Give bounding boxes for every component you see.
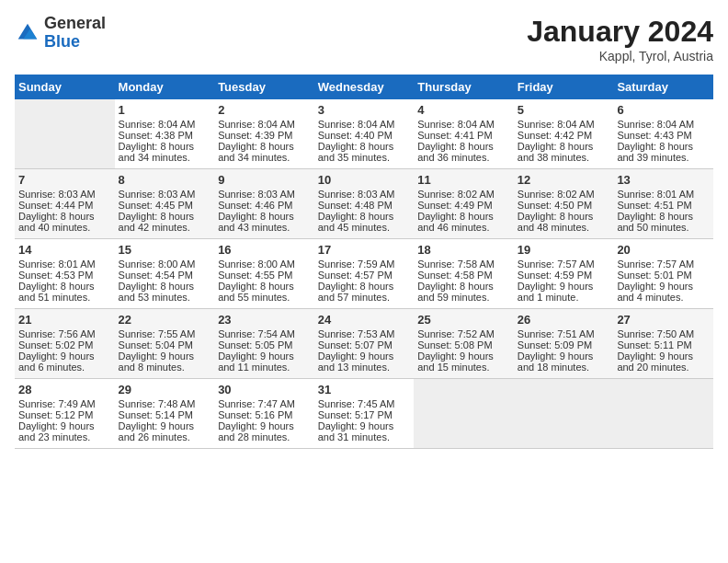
day-number: 4	[417, 103, 510, 117]
header-row: SundayMondayTuesdayWednesdayThursdayFrid…	[15, 75, 713, 99]
calendar-table: SundayMondayTuesdayWednesdayThursdayFrid…	[15, 75, 713, 449]
day-cell-6: 6Sunrise: 8:04 AMSunset: 4:43 PMDaylight…	[613, 99, 713, 169]
day-number: 3	[318, 103, 411, 117]
day-info-line: and 45 minutes.	[318, 222, 411, 233]
day-cell-23: 23Sunrise: 7:54 AMSunset: 5:05 PMDayligh…	[214, 309, 314, 379]
day-info-line: and 34 minutes.	[218, 152, 311, 163]
day-cell-2: 2Sunrise: 8:04 AMSunset: 4:39 PMDaylight…	[214, 99, 314, 169]
day-info-line: Sunrise: 7:45 AM	[318, 398, 411, 409]
logo-blue-text: Blue	[44, 32, 80, 51]
day-info-line: Daylight: 8 hours	[218, 141, 311, 152]
day-info-line: and 18 minutes.	[518, 362, 610, 373]
day-number: 31	[318, 383, 411, 396]
day-cell-1: 1Sunrise: 8:04 AMSunset: 4:38 PMDaylight…	[115, 99, 215, 169]
logo-general-text: General	[44, 14, 106, 32]
day-number: 27	[617, 313, 710, 327]
day-cell-26: 26Sunrise: 7:51 AMSunset: 5:09 PMDayligh…	[514, 309, 614, 379]
day-info-line: Sunset: 5:05 PM	[218, 339, 311, 350]
day-header-thursday: Thursday	[414, 75, 514, 99]
day-info-line: Sunrise: 8:04 AM	[417, 119, 510, 130]
week-row-1: 1Sunrise: 8:04 AMSunset: 4:38 PMDaylight…	[15, 99, 713, 169]
day-info-line: and 8 minutes.	[119, 362, 211, 373]
day-info-line: Daylight: 8 hours	[318, 141, 411, 152]
day-info-line: Sunrise: 8:04 AM	[617, 119, 710, 130]
day-info-line: Sunset: 4:42 PM	[518, 130, 610, 141]
day-cell-7: 7Sunrise: 8:03 AMSunset: 4:44 PMDaylight…	[15, 169, 115, 239]
day-cell-5: 5Sunrise: 8:04 AMSunset: 4:42 PMDaylight…	[514, 99, 614, 169]
day-cell-3: 3Sunrise: 8:04 AMSunset: 4:40 PMDaylight…	[314, 99, 415, 169]
day-header-friday: Friday	[514, 75, 614, 99]
day-number: 17	[318, 243, 411, 257]
day-info-line: Daylight: 9 hours	[119, 420, 211, 431]
day-info-line: and 50 minutes.	[617, 222, 710, 233]
day-info-line: and 13 minutes.	[318, 362, 411, 373]
day-info-line: Sunset: 5:04 PM	[119, 339, 211, 350]
day-info-line: Daylight: 8 hours	[119, 281, 211, 292]
day-cell-22: 22Sunrise: 7:55 AMSunset: 5:04 PMDayligh…	[115, 309, 215, 379]
day-number: 10	[318, 173, 411, 187]
day-info-line: and 4 minutes.	[617, 292, 710, 303]
day-info-line: Sunset: 4:55 PM	[218, 270, 311, 281]
day-info-line: and 39 minutes.	[617, 152, 710, 163]
page-header: General Blue January 2024 Kappl, Tyrol, …	[15, 15, 713, 63]
day-header-tuesday: Tuesday	[214, 75, 314, 99]
day-cell-30: 30Sunrise: 7:47 AMSunset: 5:16 PMDayligh…	[214, 379, 314, 449]
day-info-line: Sunrise: 8:03 AM	[18, 189, 111, 200]
day-info-line: and 11 minutes.	[218, 362, 311, 373]
day-info-line: Sunset: 5:17 PM	[318, 409, 411, 420]
day-cell-8: 8Sunrise: 8:03 AMSunset: 4:45 PMDaylight…	[115, 169, 215, 239]
day-info-line: Sunrise: 7:50 AM	[617, 328, 710, 339]
day-cell-10: 10Sunrise: 8:03 AMSunset: 4:48 PMDayligh…	[314, 169, 415, 239]
day-info-line: Daylight: 8 hours	[318, 211, 411, 222]
day-info-line: Sunset: 4:40 PM	[318, 130, 411, 141]
day-info-line: Sunset: 5:09 PM	[518, 339, 610, 350]
day-info-line: and 48 minutes.	[518, 222, 610, 233]
day-info-line: Sunset: 4:58 PM	[417, 270, 510, 281]
day-info-line: Daylight: 8 hours	[119, 211, 211, 222]
day-header-monday: Monday	[115, 75, 215, 99]
day-cell-27: 27Sunrise: 7:50 AMSunset: 5:11 PMDayligh…	[613, 309, 713, 379]
day-info-line: Sunrise: 8:02 AM	[518, 189, 610, 200]
week-row-3: 14Sunrise: 8:01 AMSunset: 4:53 PMDayligh…	[15, 239, 713, 309]
day-info-line: Sunrise: 7:53 AM	[318, 328, 411, 339]
day-info-line: Sunrise: 7:56 AM	[18, 328, 111, 339]
day-cell-24: 24Sunrise: 7:53 AMSunset: 5:07 PMDayligh…	[314, 309, 415, 379]
day-info-line: Daylight: 9 hours	[617, 350, 710, 362]
day-info-line: Sunset: 4:57 PM	[318, 270, 411, 281]
day-info-line: Daylight: 9 hours	[218, 350, 311, 362]
day-info-line: Daylight: 8 hours	[617, 141, 710, 152]
day-info-line: Sunrise: 8:03 AM	[119, 189, 211, 200]
day-info-line: and 43 minutes.	[218, 222, 311, 233]
week-row-2: 7Sunrise: 8:03 AMSunset: 4:44 PMDaylight…	[15, 169, 713, 239]
day-info-line: and 23 minutes.	[18, 431, 111, 442]
day-info-line: and 57 minutes.	[318, 292, 411, 303]
day-info-line: Sunset: 5:07 PM	[318, 339, 411, 350]
day-info-line: Sunset: 4:43 PM	[617, 130, 710, 141]
day-info-line: Sunrise: 7:54 AM	[218, 328, 311, 339]
day-info-line: Sunset: 5:14 PM	[119, 409, 211, 420]
logo: General Blue	[15, 15, 106, 52]
day-number: 5	[518, 103, 610, 117]
day-info-line: Sunset: 4:49 PM	[417, 200, 510, 211]
day-info-line: Daylight: 8 hours	[518, 141, 610, 152]
day-info-line: and 59 minutes.	[417, 292, 510, 303]
day-cell-12: 12Sunrise: 8:02 AMSunset: 4:50 PMDayligh…	[514, 169, 614, 239]
day-number: 20	[617, 243, 710, 257]
day-info-line: and 31 minutes.	[318, 431, 411, 442]
day-info-line: Sunset: 4:53 PM	[18, 270, 111, 281]
day-number: 1	[119, 103, 211, 117]
day-number: 15	[119, 243, 211, 257]
day-cell-4: 4Sunrise: 8:04 AMSunset: 4:41 PMDaylight…	[414, 99, 514, 169]
day-info-line: Sunset: 5:02 PM	[18, 339, 111, 350]
day-number: 12	[518, 173, 610, 187]
day-info-line: and 28 minutes.	[218, 431, 311, 442]
day-number: 21	[18, 313, 111, 327]
empty-cell	[613, 379, 713, 449]
day-cell-17: 17Sunrise: 7:59 AMSunset: 4:57 PMDayligh…	[314, 239, 415, 309]
day-number: 8	[119, 173, 211, 187]
day-info-line: Daylight: 9 hours	[617, 281, 710, 292]
day-info-line: and 35 minutes.	[318, 152, 411, 163]
day-info-line: Sunset: 5:16 PM	[218, 409, 311, 420]
day-info-line: Daylight: 8 hours	[617, 211, 710, 222]
day-info-line: Daylight: 8 hours	[417, 281, 510, 292]
